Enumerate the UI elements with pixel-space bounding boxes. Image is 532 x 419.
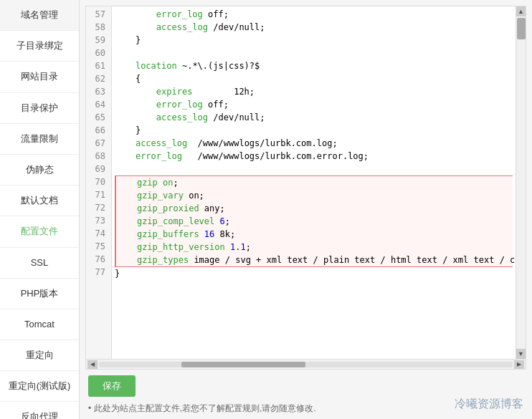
sidebar-item-redirect-test[interactable]: 重定向(测试版)	[0, 371, 79, 402]
code-editor: 5758596061626364656667686970717273747576…	[85, 6, 526, 370]
code-line: gzip_types image / svg + xml text / plai…	[115, 254, 513, 267]
sidebar-item-subdir[interactable]: 子目录绑定	[0, 31, 79, 62]
code-line	[115, 163, 513, 175]
code-line: access_log /dev/null;	[115, 21, 513, 34]
code-area[interactable]: 5758596061626364656667686970717273747576…	[86, 6, 526, 359]
scroll-right-arrow[interactable]: ▶	[514, 360, 524, 369]
code-line: error_log off;	[115, 98, 513, 111]
code-line: gzip_comp_level 6;	[115, 215, 513, 228]
code-line: gzip_vary on;	[115, 189, 513, 202]
sidebar-item-pseudo-static[interactable]: 伪静态	[0, 155, 79, 186]
scroll-left-arrow[interactable]: ◀	[87, 360, 98, 369]
code-line	[115, 47, 513, 59]
scroll-down-arrow[interactable]: ▼	[516, 349, 526, 359]
code-line: }	[115, 124, 513, 137]
scroll-thumb-v[interactable]	[517, 18, 526, 39]
bottom-area: 保存 此处为站点主配置文件,若您不了解配置规则,请勿随意修改.	[80, 370, 532, 419]
horizontal-scrollbar[interactable]: ◀ ▶	[86, 359, 526, 369]
sidebar-item-traffic-limit[interactable]: 流量限制	[0, 124, 79, 155]
sidebar-item-website-dir[interactable]: 网站目录	[0, 62, 79, 92]
code-content[interactable]: error_log off; access_log /dev/null; } l…	[112, 6, 516, 359]
code-line: gzip_proxied any;	[115, 202, 513, 215]
notice-text: 此处为站点主配置文件,若您不了解配置规则,请勿随意修改.	[88, 403, 523, 415]
sidebar-item-reverse-proxy[interactable]: 反向代理	[0, 402, 79, 419]
code-line: error_log off;	[115, 8, 513, 21]
code-line: location ~.*\.(js|css)?$	[115, 59, 513, 72]
code-line: gzip_buffers 16 8k;	[115, 228, 513, 241]
sidebar-item-config-file[interactable]: 配置文件	[0, 216, 79, 247]
hscroll-track	[99, 362, 513, 367]
line-numbers: 5758596061626364656667686970717273747576…	[86, 6, 112, 359]
sidebar-item-php-version[interactable]: PHP版本	[0, 279, 79, 309]
sidebar-item-tomcat[interactable]: Tomcat	[0, 309, 79, 340]
sidebar: 域名管理 子目录绑定 网站目录 目录保护 流量限制 伪静态 默认文档 配置文件 …	[0, 0, 80, 419]
code-line: }	[115, 34, 513, 47]
code-line: access_log /www/wwwlogs/lurbk.com.log;	[115, 137, 513, 150]
code-line: }	[115, 267, 513, 280]
code-line: {	[115, 72, 513, 85]
hscroll-thumb[interactable]	[181, 362, 305, 367]
sidebar-item-dir-protect[interactable]: 目录保护	[0, 93, 79, 124]
save-button[interactable]: 保存	[88, 375, 136, 397]
code-line: access_log /dev/null;	[115, 111, 513, 124]
code-line: error_log /www/wwwlogs/lurbk.com.error.l…	[115, 150, 513, 163]
code-line: expires 12h;	[115, 85, 513, 98]
code-line: gzip on;	[115, 175, 513, 189]
code-line: gzip_http_version 1.1;	[115, 241, 513, 254]
scroll-up-arrow[interactable]: ▲	[516, 6, 526, 16]
sidebar-item-domain[interactable]: 域名管理	[0, 0, 79, 31]
vertical-scrollbar[interactable]: ▲ ▼	[516, 6, 526, 359]
sidebar-item-ssl[interactable]: SSL	[0, 248, 79, 279]
main-content: 5758596061626364656667686970717273747576…	[80, 0, 532, 419]
sidebar-item-redirect[interactable]: 重定向	[0, 340, 79, 371]
sidebar-item-default-doc[interactable]: 默认文档	[0, 186, 79, 216]
